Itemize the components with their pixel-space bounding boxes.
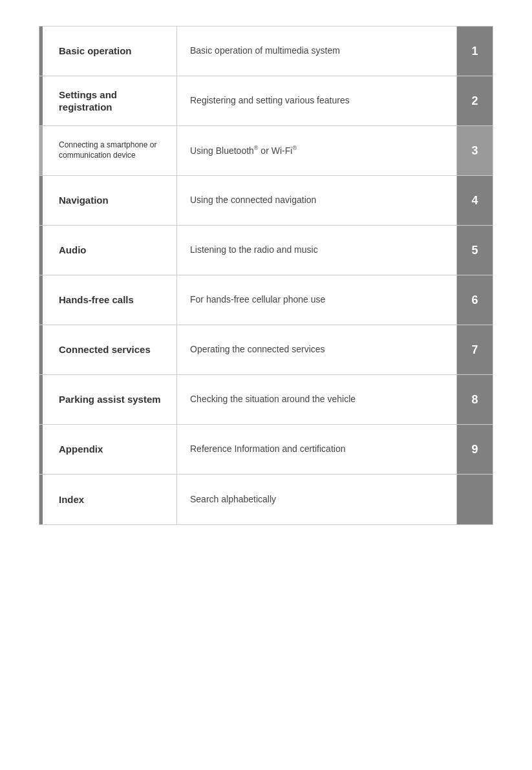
col-right-settings: 2 <box>457 76 493 125</box>
toc-row-connected[interactable]: Connected services Operating the connect… <box>39 325 493 375</box>
chapter-number-2: 2 <box>471 94 478 108</box>
middle-text-parking: Checking the situation around the vehicl… <box>190 393 356 406</box>
col-middle-handsfree: For hands-free cellular phone use <box>177 275 457 325</box>
col-left-parking: Parking assist system <box>39 375 177 424</box>
col-right-navigation: 4 <box>457 176 493 225</box>
accent-bar <box>39 325 43 374</box>
toc-row-appendix[interactable]: Appendix Reference Information and certi… <box>39 425 493 475</box>
chapter-number-7: 7 <box>471 343 478 357</box>
middle-text-navigation: Using the connected navigation <box>190 194 316 207</box>
left-label-parking: Parking assist system <box>52 393 161 406</box>
toc-row-handsfree[interactable]: Hands-free calls For hands-free cellular… <box>39 275 493 325</box>
left-label-audio: Audio <box>52 244 87 257</box>
col-right-basic-operation: 1 <box>457 27 493 76</box>
col-left-connected: Connected services <box>39 325 177 374</box>
toc-row-settings[interactable]: Settings and registration Registering an… <box>39 76 493 126</box>
chapter-number-9: 9 <box>471 443 478 456</box>
col-middle-basic-operation: Basic operation of multimedia system <box>177 27 457 76</box>
middle-text-appendix: Reference Information and certification <box>190 443 345 456</box>
left-label-appendix: Appendix <box>52 443 103 456</box>
left-label-connected: Connected services <box>52 343 151 356</box>
col-middle-connected: Operating the connected services <box>177 325 457 374</box>
chapter-number-5: 5 <box>471 244 478 257</box>
toc-row-navigation[interactable]: Navigation Using the connected navigatio… <box>39 176 493 226</box>
col-left-navigation: Navigation <box>39 176 177 225</box>
toc-row-basic-operation[interactable]: Basic operation Basic operation of multi… <box>39 27 493 76</box>
accent-bar <box>39 375 43 424</box>
accent-bar <box>39 76 43 125</box>
left-label-index: Index <box>52 493 84 506</box>
accent-bar <box>39 275 43 325</box>
toc-row-parking[interactable]: Parking assist system Checking the situa… <box>39 375 493 425</box>
middle-text-connected: Operating the connected services <box>190 343 325 356</box>
accent-bar <box>39 176 43 225</box>
chapter-number-1: 1 <box>471 45 478 58</box>
col-middle-audio: Listening to the radio and music <box>177 226 457 275</box>
col-left-index: Index <box>39 475 177 524</box>
chapter-number-6: 6 <box>471 294 478 307</box>
middle-text-handsfree: For hands-free cellular phone use <box>190 294 325 306</box>
col-left-handsfree: Hands-free calls <box>39 275 177 325</box>
col-right-smartphone: 3 <box>457 126 493 175</box>
left-label-basic-operation: Basic operation <box>52 45 132 58</box>
col-left-basic-operation: Basic operation <box>39 27 177 76</box>
middle-text-smartphone: Using Bluetooth® or Wi-Fi® <box>190 144 297 157</box>
chapter-number-4: 4 <box>471 194 478 208</box>
accent-bar <box>39 425 43 474</box>
page: Basic operation Basic operation of multi… <box>0 0 532 770</box>
left-label-smartphone: Connecting a smartphone or communication… <box>52 140 167 160</box>
col-middle-parking: Checking the situation around the vehicl… <box>177 375 457 424</box>
toc-row-smartphone[interactable]: Connecting a smartphone or communication… <box>39 126 493 176</box>
chapter-number-3: 3 <box>471 144 478 158</box>
left-label-handsfree: Hands-free calls <box>52 294 134 306</box>
middle-text-index: Search alphabetically <box>190 493 276 506</box>
toc-container: Basic operation Basic operation of multi… <box>39 26 493 525</box>
col-right-appendix: 9 <box>457 425 493 474</box>
col-middle-appendix: Reference Information and certification <box>177 425 457 474</box>
col-right-connected: 7 <box>457 325 493 374</box>
accent-bar <box>39 475 43 524</box>
col-left-settings: Settings and registration <box>39 76 177 125</box>
col-right-audio: 5 <box>457 226 493 275</box>
left-label-settings: Settings and registration <box>52 89 167 114</box>
col-right-parking: 8 <box>457 375 493 424</box>
toc-row-index[interactable]: Index Search alphabetically <box>39 475 493 524</box>
accent-bar <box>39 27 43 76</box>
col-middle-index: Search alphabetically <box>177 475 457 524</box>
col-left-appendix: Appendix <box>39 425 177 474</box>
col-left-smartphone: Connecting a smartphone or communication… <box>39 126 177 175</box>
col-right-handsfree: 6 <box>457 275 493 325</box>
accent-bar-light <box>39 126 43 175</box>
middle-text-settings: Registering and setting various features <box>190 94 350 107</box>
col-middle-smartphone: Using Bluetooth® or Wi-Fi® <box>177 126 457 175</box>
toc-row-audio[interactable]: Audio Listening to the radio and music 5 <box>39 226 493 275</box>
middle-text-basic-operation: Basic operation of multimedia system <box>190 45 340 58</box>
left-label-navigation: Navigation <box>52 194 109 207</box>
col-left-audio: Audio <box>39 226 177 275</box>
chapter-number-8: 8 <box>471 393 478 407</box>
middle-text-audio: Listening to the radio and music <box>190 244 318 257</box>
accent-bar <box>39 226 43 275</box>
col-middle-navigation: Using the connected navigation <box>177 176 457 225</box>
col-right-index <box>457 475 493 524</box>
col-middle-settings: Registering and setting various features <box>177 76 457 125</box>
